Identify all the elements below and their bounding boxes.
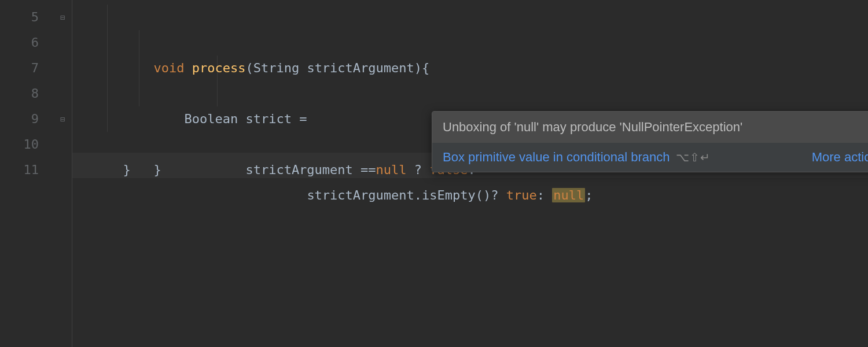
line-number: 9	[0, 106, 55, 132]
inspection-message: Unboxing of 'null' may produce 'NullPoin…	[443, 120, 742, 135]
closing-brace: }	[153, 163, 161, 177]
expr-lhs: strictArgument ==	[245, 163, 376, 177]
method-signature: (String strictArgument){	[245, 61, 429, 75]
line-number: 6	[0, 30, 55, 56]
inspection-tooltip: Unboxing of 'null' may produce 'NullPoin…	[432, 111, 868, 172]
closing-brace: }	[123, 163, 130, 177]
inspection-message-row: Unboxing of 'null' may produce 'NullPoin…	[432, 112, 868, 143]
line-number: 8	[0, 81, 55, 106]
keyword-true: true	[506, 188, 537, 202]
code-area[interactable]: void process(String strictArgument){ Boo…	[72, 0, 868, 347]
code-line[interactable]: void process(String strictArgument){	[72, 5, 868, 30]
fold-column: ⊟ ⊟	[55, 0, 72, 347]
shortcut-hint: ⌥⇧↵	[676, 150, 711, 164]
keyword-void: void	[153, 61, 184, 75]
declaration: Boolean strict =	[184, 112, 307, 126]
highlighted-null[interactable]: null	[552, 188, 585, 202]
line-number: 7	[0, 56, 55, 81]
line-number: 11	[0, 157, 55, 183]
quick-fix-link[interactable]: Box primitive value in conditional branc…	[443, 150, 670, 165]
code-line[interactable]: Boolean strict =	[72, 30, 868, 56]
expr-call: strictArgument.isEmpty()?	[307, 188, 506, 202]
line-number: 10	[0, 132, 55, 157]
code-line[interactable]: strictArgument.isEmpty()? true: null;	[72, 81, 868, 106]
more-actions-link[interactable]: More actions...	[812, 150, 868, 165]
fold-toggle-icon[interactable]: ⊟	[57, 113, 68, 125]
inspection-actions-row: Box primitive value in conditional branc…	[432, 143, 868, 172]
line-number: 5	[0, 5, 55, 30]
method-name: process	[192, 61, 246, 75]
keyword-null: null	[376, 163, 407, 177]
code-editor: 5 6 7 8 9 10 11 ⊟ ⊟ void process(String …	[0, 0, 868, 347]
fold-toggle-icon[interactable]: ⊟	[57, 12, 68, 23]
line-number-gutter: 5 6 7 8 9 10 11	[0, 0, 55, 347]
